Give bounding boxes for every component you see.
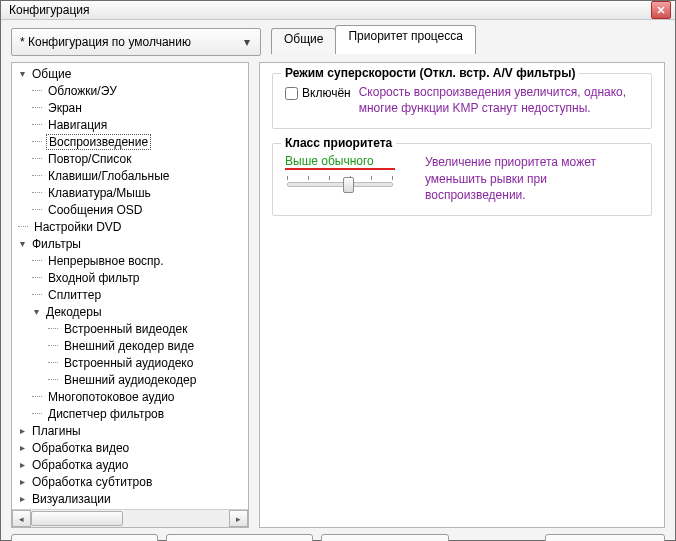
tree-item[interactable]: Экран [12, 99, 248, 116]
tree-item[interactable]: Входной фильтр [12, 269, 248, 286]
tree-item[interactable]: Воспроизведение [12, 133, 248, 150]
expand-icon[interactable]: ▸ [16, 476, 28, 488]
tree-item[interactable]: Сплиттер [12, 286, 248, 303]
window-close-button[interactable] [651, 1, 671, 19]
close-button[interactable]: Закрыть [545, 534, 665, 541]
tab-bar: ОбщиеПриоритет процесса [271, 28, 475, 54]
tree-item[interactable]: Внешний декодер виде [12, 337, 248, 354]
priority-slider[interactable] [285, 174, 395, 192]
tree-item[interactable]: ▾Фильтры [12, 235, 248, 252]
tree-branch-icon [30, 388, 44, 405]
tree-item-label: Внешний аудиодекодер [62, 373, 198, 387]
preset-dropdown[interactable]: * Конфигурация по умолчанию ▾ [11, 28, 261, 56]
tree-item[interactable]: Диспетчер фильтров [12, 405, 248, 422]
tree-branch-icon [30, 167, 44, 184]
tree-item-label: Декодеры [44, 305, 104, 319]
tree-item[interactable]: ▸Плагины [12, 422, 248, 439]
tree-item[interactable]: ▾Декодеры [12, 303, 248, 320]
tree-item-label: Диспетчер фильтров [46, 407, 166, 421]
tree-item-label: Сплиттер [46, 288, 103, 302]
tree-branch-icon [46, 320, 60, 337]
tree-branch-icon [16, 218, 30, 235]
tree-item-label: Обработка аудио [30, 458, 130, 472]
scroll-left-button[interactable]: ◂ [12, 510, 31, 527]
expand-icon[interactable]: ▸ [16, 493, 28, 505]
tree-item-label: Обработка видео [30, 441, 131, 455]
tree-item[interactable]: Навигация [12, 116, 248, 133]
slider-track [287, 182, 393, 187]
superspeed-enable-input[interactable] [285, 87, 298, 100]
tree-item[interactable]: ▸Обработка аудио [12, 456, 248, 473]
tree-branch-icon [46, 371, 60, 388]
tree-item[interactable]: Многопотоковое аудио [12, 388, 248, 405]
expand-icon[interactable]: ▸ [16, 459, 28, 471]
tree-item[interactable]: Клавиши/Глобальные [12, 167, 248, 184]
superspeed-group: Режим суперскорости (Откл. встр. A/V фил… [272, 73, 652, 129]
tree-branch-icon [30, 269, 44, 286]
tree-branch-icon [30, 82, 44, 99]
priority-note: Увеличение приоритета может уменьшить ры… [425, 154, 625, 203]
tree-item[interactable]: ▸Обработка субтитров [12, 473, 248, 490]
priority-group-title: Класс приоритета [281, 136, 396, 150]
expand-icon[interactable]: ▸ [16, 442, 28, 454]
tree-branch-icon [30, 150, 44, 167]
tree-branch-icon [30, 405, 44, 422]
slider-thumb[interactable] [343, 177, 354, 193]
tree-item[interactable]: Внешний аудиодекодер [12, 371, 248, 388]
scroll-thumb[interactable] [31, 511, 123, 526]
expand-icon[interactable]: ▸ [16, 425, 28, 437]
tree-item[interactable]: Непрерывное воспр. [12, 252, 248, 269]
priority-value: Выше обычного [285, 154, 395, 170]
slider-ticks [287, 176, 393, 180]
tree-branch-icon [30, 201, 44, 218]
collapse-icon[interactable]: ▾ [16, 238, 28, 250]
tree-item[interactable]: Клавиатура/Мышь [12, 184, 248, 201]
collapse-icon[interactable]: ▾ [30, 306, 42, 318]
settings-tree-pane: ▾ОбщиеОбложки/ЭУЭкранНавигацияВоспроизве… [11, 62, 249, 528]
tab-general[interactable]: Общие [271, 28, 336, 54]
reset-config-button[interactable]: Сброс конфигурации [11, 534, 158, 541]
window-title: Конфигурация [9, 3, 651, 17]
scroll-right-button[interactable]: ▸ [229, 510, 248, 527]
tree-item-label: Встроенный видеодек [62, 322, 190, 336]
priority-group: Класс приоритета Выше обычного Увеличени… [272, 143, 652, 216]
settings-tree[interactable]: ▾ОбщиеОбложки/ЭУЭкранНавигацияВоспроизве… [12, 63, 248, 509]
tree-item[interactable]: Встроенный аудиодеко [12, 354, 248, 371]
collapse-icon[interactable]: ▾ [16, 68, 28, 80]
tree-branch-icon [30, 286, 44, 303]
tree-item-label: Визуализации [30, 492, 113, 506]
superspeed-note: Скорость воспроизведения увеличится, одн… [359, 84, 639, 116]
tree-item-label: Повтор/Список [46, 152, 133, 166]
tree-item[interactable]: ▸Обработка видео [12, 439, 248, 456]
tree-item-label: Воспроизведение [46, 134, 151, 150]
tree-item[interactable]: ▸Визуализации [12, 490, 248, 507]
tab-priority[interactable]: Приоритет процесса [335, 25, 475, 54]
reset-all-button[interactable]: Сброс всех настроек [166, 534, 312, 541]
tree-item-label: Входной фильтр [46, 271, 142, 285]
tree-item-label: Сообщения OSD [46, 203, 144, 217]
tree-item-label: Внешний декодер виде [62, 339, 196, 353]
tree-item-label: Клавиши/Глобальные [46, 169, 172, 183]
export-settings-button[interactable]: Экспорт настроек [321, 534, 450, 541]
tree-item-label: Многопотоковое аудио [46, 390, 177, 404]
tree-horizontal-scrollbar[interactable]: ◂ ▸ [12, 509, 248, 527]
tree-item-label: Навигация [46, 118, 109, 132]
tree-branch-icon [30, 99, 44, 116]
tree-item-label: Экран [46, 101, 84, 115]
tree-item[interactable]: Настройки DVD [12, 218, 248, 235]
superspeed-group-title: Режим суперскорости (Откл. встр. A/V фил… [281, 66, 579, 80]
superspeed-enable-checkbox[interactable]: Включён [285, 86, 351, 100]
tree-item[interactable]: Сообщения OSD [12, 201, 248, 218]
tree-branch-icon [30, 252, 44, 269]
tree-item-label: Фильтры [30, 237, 83, 251]
tree-branch-icon [30, 116, 44, 133]
tree-item[interactable]: Встроенный видеодек [12, 320, 248, 337]
tree-item[interactable]: Обложки/ЭУ [12, 82, 248, 99]
tree-item-label: Плагины [30, 424, 83, 438]
tree-branch-icon [30, 133, 44, 150]
tree-item-label: Настройки DVD [32, 220, 124, 234]
tree-item[interactable]: Повтор/Список [12, 150, 248, 167]
scroll-track[interactable] [31, 511, 229, 526]
tree-item-label: Встроенный аудиодеко [62, 356, 195, 370]
tree-item[interactable]: ▾Общие [12, 65, 248, 82]
